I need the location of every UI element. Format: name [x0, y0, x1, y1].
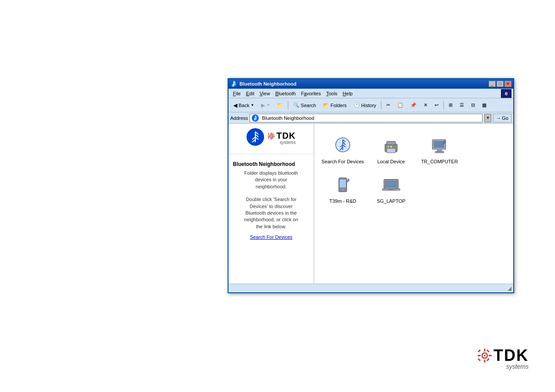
- separator-3: [443, 101, 444, 110]
- svg-rect-77: [486, 358, 490, 361]
- back-button[interactable]: ◀ Back ▼: [230, 100, 257, 111]
- t39m-img: [332, 176, 353, 197]
- paste-icon: 📌: [410, 102, 417, 108]
- search-label: Search: [301, 103, 316, 108]
- t39m-icon[interactable]: T39m - R&D: [319, 168, 367, 207]
- go-arrow-icon: →: [496, 115, 501, 121]
- local-device-img: [381, 136, 402, 157]
- panel-title: Bluetooth Neighborhood: [229, 158, 314, 169]
- svg-rect-72: [478, 355, 481, 356]
- bluetooth-main-icon: [247, 128, 264, 146]
- title-bar-left: Bluetooth Neighborhood: [230, 80, 297, 87]
- svg-rect-74: [478, 349, 481, 352]
- menu-edit[interactable]: Edit: [243, 90, 257, 97]
- undo-icon: ↩: [435, 102, 439, 108]
- bluetooth-title-icon: [230, 80, 237, 87]
- tr-computer-img: [429, 136, 450, 157]
- window-controls[interactable]: _ □ ✕: [489, 81, 511, 87]
- address-bt-icon: [252, 115, 259, 122]
- delete-icon: ✕: [424, 102, 428, 108]
- folders-button[interactable]: 📂 Folders: [320, 100, 350, 111]
- panel-instructions: Double click 'Search for Devices' to dis…: [229, 195, 314, 231]
- menu-tools[interactable]: Tools: [323, 90, 340, 97]
- sg-laptop-icon[interactable]: SG_LAPTOP: [367, 168, 415, 207]
- history-label: History: [361, 103, 376, 108]
- svg-rect-20: [271, 133, 272, 134]
- menu-help[interactable]: Help: [340, 90, 355, 97]
- menu-file[interactable]: File: [230, 90, 243, 97]
- tdk-gear-icon: [268, 133, 275, 140]
- menu-favorites[interactable]: Favorites: [298, 90, 323, 97]
- local-device-icon[interactable]: Local Device: [367, 128, 415, 168]
- svg-line-14: [255, 134, 258, 137]
- menu-bluetooth[interactable]: Bluetooth: [272, 90, 298, 97]
- cut-button[interactable]: ✂: [383, 100, 393, 111]
- svg-rect-75: [486, 349, 490, 352]
- undo-button[interactable]: ↩: [432, 100, 442, 111]
- view3-button[interactable]: ⊟: [468, 100, 478, 111]
- copy-button[interactable]: 📋: [394, 100, 406, 111]
- tdk-logo: TDK: [268, 131, 296, 141]
- title-bar: Bluetooth Neighborhood _ □ ✕: [229, 79, 513, 89]
- tr-computer-icon[interactable]: TR_COMPUTER: [415, 128, 464, 168]
- svg-rect-43: [437, 150, 442, 151]
- svg-rect-67: [388, 189, 394, 190]
- address-bar: Address Bluetooth Neighborhood ▼ → Go: [229, 112, 513, 124]
- search-for-devices-icon[interactable]: Search For Devices: [319, 128, 367, 168]
- tdk-logo-text: TDK systems: [268, 131, 296, 145]
- panel-description: Bluetooth Neighborhood Folder displays b…: [229, 154, 314, 247]
- address-dropdown[interactable]: ▼: [484, 114, 491, 122]
- explore-button[interactable]: 📁: [274, 100, 286, 111]
- svg-point-19: [271, 136, 272, 137]
- back-label: Back: [239, 103, 249, 108]
- search-for-devices-link[interactable]: Search For Devices: [229, 231, 314, 243]
- maximize-button[interactable]: □: [497, 81, 504, 87]
- tdk-brand: TDK: [276, 131, 296, 141]
- view2-button[interactable]: ☰: [457, 100, 467, 111]
- forward-dropdown-icon[interactable]: ▼: [266, 103, 270, 107]
- go-label: Go: [502, 115, 508, 121]
- search-icon: 🔍: [293, 102, 299, 108]
- bottom-tdk-text: TDK: [493, 346, 529, 365]
- delete-button[interactable]: ✕: [421, 100, 431, 111]
- svg-rect-42: [434, 141, 444, 148]
- sg-laptop-label: SG_LAPTOP: [377, 198, 405, 204]
- menu-view[interactable]: View: [257, 90, 273, 97]
- history-button[interactable]: 🕐 History: [351, 100, 379, 111]
- search-icon-img: [332, 136, 353, 157]
- view1-button[interactable]: ⊞: [446, 100, 456, 111]
- search-devices-label: Search For Devices: [322, 159, 364, 164]
- forward-arrow-icon: ▶: [261, 102, 265, 108]
- address-value: Bluetooth Neighborhood: [262, 115, 314, 121]
- devices-panel: Search For Devices Local Device: [314, 124, 513, 284]
- svg-rect-22: [268, 136, 269, 137]
- view4-button[interactable]: ▦: [479, 100, 490, 111]
- svg-rect-26: [268, 137, 269, 138]
- svg-rect-38: [387, 148, 395, 153]
- back-arrow-icon: ◀: [233, 102, 237, 108]
- search-button[interactable]: 🔍 Search: [290, 100, 319, 111]
- go-button[interactable]: → Go: [493, 114, 511, 122]
- svg-rect-70: [484, 349, 486, 352]
- svg-rect-71: [484, 360, 486, 363]
- folders-label: Folders: [330, 103, 347, 108]
- separator-2: [381, 101, 381, 110]
- svg-rect-37: [387, 141, 395, 145]
- resize-handle[interactable]: ◢: [508, 285, 511, 291]
- svg-rect-40: [390, 146, 392, 147]
- bottom-tdk-brand: TDK: [478, 346, 529, 365]
- svg-rect-39: [388, 146, 389, 147]
- back-dropdown-icon[interactable]: ▼: [250, 103, 254, 107]
- view3-icon: ⊟: [471, 102, 475, 108]
- minimize-button[interactable]: _: [489, 81, 496, 87]
- paste-button[interactable]: 📌: [407, 100, 420, 111]
- bottom-tdk-systems: systems: [506, 363, 529, 370]
- svg-point-53: [342, 189, 344, 191]
- address-input[interactable]: Bluetooth Neighborhood: [250, 114, 482, 122]
- bottom-tdk-logo: TDK systems: [478, 346, 529, 370]
- close-button[interactable]: ✕: [504, 81, 511, 87]
- svg-rect-73: [489, 355, 492, 356]
- svg-rect-66: [386, 188, 395, 189]
- forward-button[interactable]: ▶ ▼: [258, 100, 273, 111]
- explore-icon: 📁: [277, 102, 283, 108]
